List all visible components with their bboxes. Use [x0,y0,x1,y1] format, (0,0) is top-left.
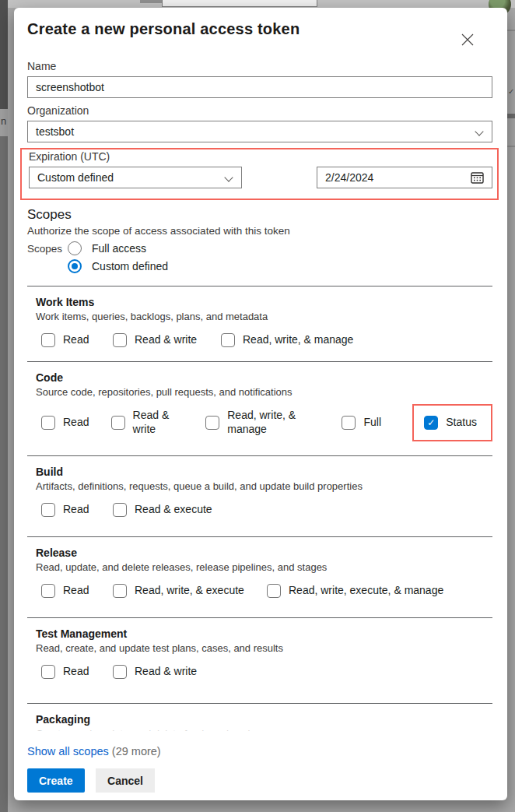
checkbox-icon[interactable] [111,416,125,430]
section-description: Create, read, update, and delete feeds a… [36,728,492,731]
section-name: Build [36,466,492,478]
checkbox-label: Read, write, execute, & manage [289,584,443,598]
close-button[interactable] [457,30,478,50]
checkbox-icon[interactable]: ✓ [424,416,438,430]
checkbox-icon[interactable] [113,503,127,517]
checkbox-option[interactable]: Read [41,503,113,517]
section-description: Read, update, and delete releases, relea… [36,561,492,573]
dialog-title: Create a new personal access token [27,20,492,38]
section-packaging: Packaging Create, read, update, and dele… [27,703,492,731]
scope-sections: Work Items Work items, queries, backlogs… [27,286,492,731]
checkbox-icon[interactable] [205,416,219,430]
expiration-label: Expiration (UTC) [29,150,492,163]
checkbox-icon[interactable] [113,584,127,598]
chevron-down-icon [475,127,483,135]
checkbox-label: Read [63,584,89,598]
expiration-date-value: 2/24/2024 [325,171,373,184]
checkbox-option[interactable]: Read [41,584,113,598]
checkbox-option[interactable]: Full [342,416,405,430]
checkbox-label: Read & write [135,665,197,679]
radio-icon[interactable] [68,259,82,273]
checkbox-option[interactable]: Read & write [111,409,206,436]
section-name: Code [36,371,492,384]
checkbox-option[interactable]: Read [41,333,113,347]
expiration-preset-select[interactable]: Custom defined [29,167,242,188]
section-description: Read, create, and update test plans, cas… [36,642,492,654]
checkbox-icon[interactable] [113,665,127,679]
organization-select[interactable]: testsbot [27,121,492,142]
scopes-group-label: Scopes [27,241,68,273]
section-build: Build Artifacts, definitions, requests, … [27,455,492,536]
checkbox-option[interactable]: Read, write, & manage [221,333,353,347]
dialog-footer: Show all scopes (29 more) Create Cancel [27,745,492,793]
checkbox-option[interactable]: Read & execute [113,503,212,517]
section-name: Work Items [36,296,492,308]
organization-value: testsbot [36,125,74,138]
show-all-scopes-link[interactable]: Show all scopes [27,745,109,758]
section-release: Release Read, update, and delete release… [27,536,492,617]
more-scopes-count: (29 more) [112,745,161,758]
checkbox-icon[interactable] [41,416,55,430]
background-search-box [162,0,317,7]
background-header-segment [140,0,162,3]
checkbox-label: Read [63,333,89,347]
calendar-icon[interactable] [471,171,484,184]
section-description: Source code, repositories, pull requests… [36,386,492,398]
chevron-down-icon [224,173,233,181]
checkbox-icon[interactable] [41,665,55,679]
background-right-bar [507,114,515,118]
checkbox-option[interactable]: Read & write [113,333,221,347]
name-input[interactable]: screenshotbot [27,76,492,98]
checkbox-label: Read, write, & manage [227,409,307,436]
checkbox-label: Read & execute [135,503,212,517]
checkbox-option-status-highlighted[interactable]: ✓ Status [412,404,492,441]
checkbox-label: Read, write, & execute [135,584,244,598]
radio-icon[interactable] [68,241,82,255]
expiration-preset-value: Custom defined [37,171,114,184]
checkbox-option[interactable]: Read, write, & manage [205,409,342,436]
scopes-heading: Scopes [27,207,492,223]
checkbox-label: Read & write [135,333,197,347]
checkbox-label: Read [63,503,89,517]
section-code: Code Source code, repositories, pull req… [27,361,492,455]
radio-full-access[interactable]: Full access [68,241,168,255]
checkbox-icon[interactable] [221,333,235,347]
checkbox-option[interactable]: Read, write, & execute [113,584,267,598]
section-test-management: Test Management Read, create, and update… [27,617,492,703]
cancel-button[interactable]: Cancel [96,768,155,793]
section-work-items: Work Items Work items, queries, backlogs… [27,286,492,361]
checkbox-icon[interactable] [342,416,356,430]
checkbox-icon[interactable] [113,333,127,347]
checkbox-option[interactable]: Read [41,665,113,679]
checkbox-label: Read [63,665,89,679]
checkbox-label: Read & write [133,409,181,436]
name-label: Name [27,60,492,72]
checkbox-option[interactable]: Read & write [113,665,197,679]
expiration-date-input[interactable]: 2/24/2024 [317,167,492,188]
checkbox-label: Full [363,416,381,430]
checkbox-label: Read, write, & manage [243,333,353,347]
checkbox-icon[interactable] [41,503,55,517]
checkbox-icon[interactable] [267,584,281,598]
section-name: Test Management [36,627,492,640]
close-icon [461,33,474,46]
section-name: Release [36,547,492,559]
scopes-radio-group: Scopes Full access Custom defined [27,241,492,273]
checkbox-label: Status [446,416,477,430]
radio-custom-defined[interactable]: Custom defined [68,259,168,273]
section-name: Packaging [36,713,492,726]
create-pat-dialog: Create a new personal access token Name … [14,8,507,800]
background-partial-text: n [1,115,6,127]
checkbox-option[interactable]: Read [41,416,111,430]
create-button[interactable]: Create [27,768,85,793]
checkbox-icon[interactable] [41,333,55,347]
checkbox-option[interactable]: Read, write, execute, & manage [267,584,443,598]
radio-label: Full access [92,242,146,255]
background-right-line-2 [507,146,515,147]
scopes-description: Authorize the scope of access associated… [27,225,492,237]
background-right-line [507,30,515,31]
section-description: Work items, queries, backlogs, plans, an… [36,311,492,322]
check-icon: ✓ [427,417,435,428]
checkbox-icon[interactable] [41,584,55,598]
organization-label: Organization [27,104,492,117]
